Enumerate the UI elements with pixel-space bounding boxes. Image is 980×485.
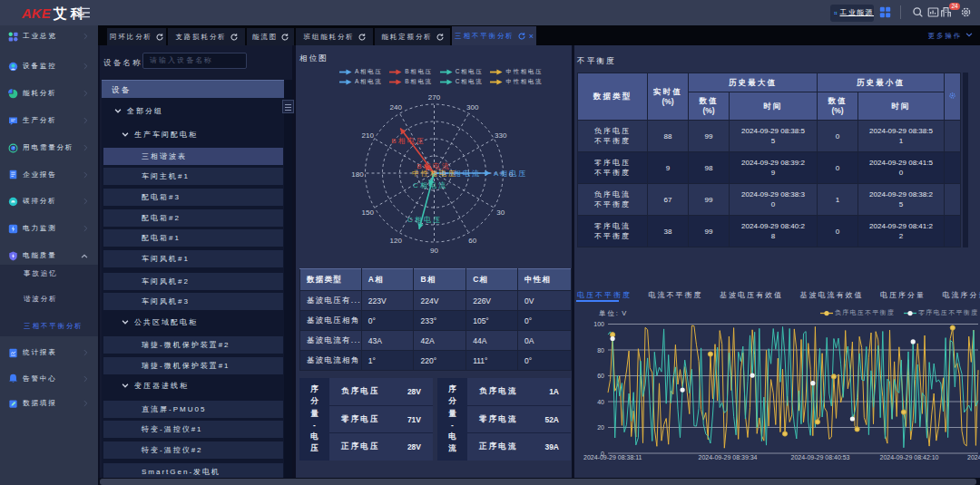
svg-text:330: 330 [495,131,507,140]
svg-text:40: 40 [597,399,604,405]
svg-text:240: 240 [390,103,403,112]
svg-text:C相电压: C相电压 [407,216,442,224]
svg-text:90: 90 [430,247,438,255]
svg-text:A相电压: A相电压 [494,170,527,178]
svg-text:B相电压: B相电压 [391,137,425,145]
svg-text:20: 20 [597,424,604,431]
svg-text:210: 210 [362,131,375,140]
svg-text:150: 150 [362,209,375,217]
svg-text:C相电流: C相电流 [413,181,447,189]
svg-text:60: 60 [468,237,476,245]
svg-text:2024-09-29 08:42:10: 2024-09-29 08:42:10 [880,454,939,461]
svg-text:中性相电压: 中性相电压 [412,170,457,178]
svg-text:300: 300 [466,103,479,112]
svg-text:2024-09-29 08:43:26: 2024-09-29 08:43:26 [967,454,980,461]
svg-text:2024-09-29 08:39:34: 2024-09-29 08:39:34 [699,454,758,461]
svg-text:60: 60 [597,373,604,379]
svg-text:120: 120 [390,237,403,245]
svg-text:180: 180 [351,170,364,179]
svg-text:100: 100 [593,321,604,327]
svg-text:相电流: 相电流 [454,170,481,178]
svg-text:80: 80 [597,347,604,354]
svg-text:270: 270 [428,93,441,102]
svg-text:30: 30 [496,209,505,217]
svg-text:2024-09-29 08:38:11: 2024-09-29 08:38:11 [583,454,642,461]
svg-text:2024-09-29 08:40:53: 2024-09-29 08:40:53 [791,454,850,461]
